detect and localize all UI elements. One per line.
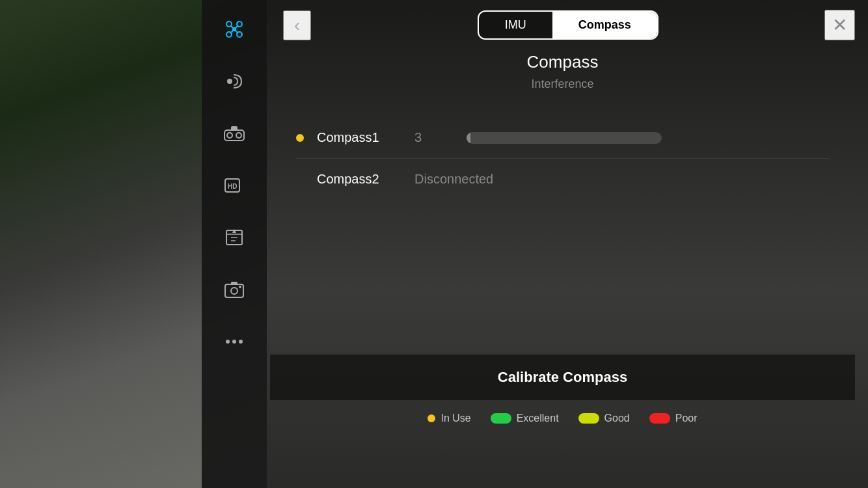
- sidebar-item-drone[interactable]: [218, 13, 251, 46]
- sidebar-item-video[interactable]: HD: [218, 169, 251, 202]
- hd-icon: HD: [224, 178, 244, 193]
- legend-good: Good: [578, 413, 630, 424]
- compass2-label: Compass2: [317, 172, 401, 187]
- content-panel: Compass Interference Compass1 3 Compass2…: [270, 52, 855, 436]
- sidebar: HD: [202, 0, 267, 488]
- legend-excellent: Excellent: [491, 413, 559, 424]
- legend-poor-pill: [649, 413, 670, 424]
- compass2-row: Compass2 Disconnected: [296, 159, 829, 200]
- tab-compass[interactable]: Compass: [552, 12, 657, 38]
- compass-rows: Compass1 3 Compass2 Disconnected: [270, 111, 855, 354]
- svg-rect-8: [232, 27, 236, 31]
- map-icon: [225, 228, 243, 247]
- sidebar-item-camera-settings[interactable]: [218, 273, 251, 306]
- svg-point-27: [232, 340, 236, 344]
- calibrate-compass-button[interactable]: Calibrate Compass: [270, 354, 855, 401]
- legend-poor: Poor: [649, 413, 698, 424]
- legend-good-pill: [578, 413, 599, 424]
- svg-rect-14: [231, 126, 237, 131]
- legend-excellent-pill: [491, 413, 511, 424]
- more-icon: [225, 339, 243, 344]
- compass1-interference-bar: [467, 132, 662, 144]
- back-button[interactable]: ‹: [283, 10, 311, 40]
- legend-in-use: In Use: [427, 413, 470, 424]
- compass2-status-dot: [296, 176, 304, 183]
- camera-settings-icon: [224, 280, 244, 299]
- close-button[interactable]: ✕: [824, 10, 855, 40]
- legend: In Use Excellent Good Poor: [270, 401, 855, 436]
- compass1-value: 3: [414, 130, 454, 145]
- legend-in-use-dot: [427, 414, 435, 422]
- compass1-row: Compass1 3: [296, 117, 829, 159]
- svg-point-23: [231, 288, 237, 294]
- controller-icon: [223, 125, 245, 142]
- legend-in-use-label: In Use: [441, 413, 470, 424]
- tab-group: IMU Compass: [478, 10, 658, 40]
- sidebar-item-signal[interactable]: [218, 65, 251, 98]
- svg-text:HD: HD: [228, 183, 237, 190]
- svg-point-10: [228, 80, 232, 83]
- svg-point-26: [226, 340, 230, 344]
- compass2-disconnected: Disconnected: [414, 172, 493, 187]
- top-navigation: ‹ IMU Compass ✕: [270, 10, 868, 40]
- drone-icon: [224, 19, 245, 40]
- svg-point-12: [227, 133, 232, 138]
- legend-good-label: Good: [604, 413, 630, 424]
- compass-title: Compass: [270, 52, 855, 72]
- svg-point-28: [239, 340, 243, 344]
- compass1-status-dot: [296, 134, 304, 142]
- sidebar-item-more[interactable]: [218, 325, 251, 358]
- compass1-interference-fill: [467, 132, 470, 144]
- interference-subtitle: Interference: [270, 77, 855, 91]
- svg-rect-24: [231, 282, 237, 285]
- tab-imu[interactable]: IMU: [479, 12, 552, 38]
- svg-point-13: [236, 133, 241, 138]
- svg-point-25: [239, 286, 241, 288]
- signal-icon: [224, 74, 244, 89]
- legend-excellent-label: Excellent: [517, 413, 559, 424]
- sidebar-item-map[interactable]: [218, 221, 251, 254]
- sidebar-item-controller[interactable]: [218, 117, 251, 150]
- compass1-label: Compass1: [317, 130, 401, 145]
- legend-poor-label: Poor: [675, 413, 698, 424]
